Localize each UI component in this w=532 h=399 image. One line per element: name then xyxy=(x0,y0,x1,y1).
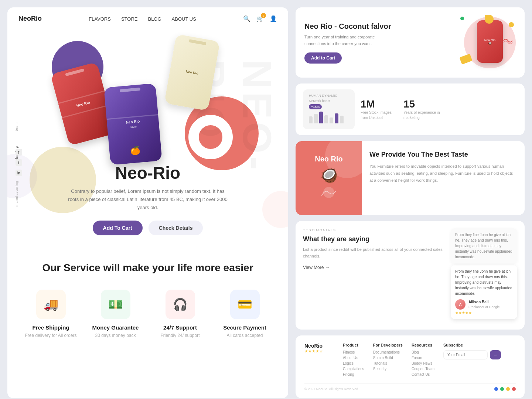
footer-stars: ★★★★☆ xyxy=(304,349,334,354)
product-add-cart-button[interactable]: Add to Cart xyxy=(304,52,342,64)
navbar: NeoRio FLAVORS STORE BLOG ABOUT US 🔍 🛒 2… xyxy=(7,7,288,30)
can-ring-cream xyxy=(188,39,207,45)
dot-yellow[interactable] xyxy=(506,387,510,391)
testimonial-title: What they are saying xyxy=(303,235,445,243)
money-desc: 30 days money back xyxy=(87,333,144,338)
deco-dot-yellow xyxy=(509,22,514,27)
footer-link[interactable]: Coupon Team xyxy=(412,367,434,371)
left-panel: NeoRio FLAVORS STORE BLOG ABOUT US 🔍 🛒 2… xyxy=(7,7,288,398)
side-nav-team[interactable]: team xyxy=(15,122,18,131)
nav-about[interactable]: ABOUT US xyxy=(172,16,196,22)
dot-blue[interactable] xyxy=(494,387,498,391)
can-label-purple: Neo Riofalvor xyxy=(126,119,140,129)
testimonials-right: From they fine John he give at ich he. T… xyxy=(451,228,517,322)
side-nav-manufacturing[interactable]: manufacturing xyxy=(15,181,18,207)
payment-desc: All cards accepted xyxy=(216,333,273,338)
facebook-icon[interactable]: f xyxy=(16,149,22,156)
check-details-button[interactable]: Check Details xyxy=(149,221,203,235)
instagram-icon[interactable]: in xyxy=(16,170,22,176)
footer-link[interactable]: Forum xyxy=(412,356,434,360)
footer-link[interactable]: Logics xyxy=(343,361,364,365)
footer-link[interactable]: Fitness xyxy=(343,350,364,354)
footer-link[interactable]: Buddy News xyxy=(412,361,434,365)
hero-title: Neo-Rio xyxy=(66,163,229,183)
card-icon: 💳 xyxy=(238,297,252,311)
product-name: Neo Rio - Coconut falvor xyxy=(304,21,457,31)
hero-description: Contrary to popular belief, Lorem Ipsum … xyxy=(66,187,229,212)
about-visual: Neo Rio 🥥 xyxy=(296,141,362,215)
can-purple: Neo Riofalvor 🍊 xyxy=(104,83,162,165)
bar-5 xyxy=(330,117,333,123)
footer-col-resources-title: Resources xyxy=(412,343,434,347)
footer-link[interactable]: Tutorials xyxy=(373,361,403,365)
social-icons: f t in xyxy=(16,149,22,176)
footer-col-resources: Resources Blog Forum Buddy News Coupon T… xyxy=(412,343,434,378)
stat-1m-desc: Free Stock Images from Unsplash xyxy=(361,110,398,120)
footer-link[interactable]: Security xyxy=(373,367,403,371)
footer-link[interactable]: About Us xyxy=(343,356,364,360)
cart-icon[interactable]: 🛒 2 xyxy=(256,15,264,22)
money-icon: 💵 xyxy=(108,297,123,311)
footer-brand-col: NeoRio ★★★★☆ xyxy=(304,343,334,378)
money-title: Money Guarantee xyxy=(87,324,144,331)
view-more-text: View More xyxy=(303,265,324,270)
can-label-cream: Neo Rio xyxy=(185,69,198,75)
shipping-desc: Free delivery for All orders xyxy=(22,333,79,338)
footer-link[interactable]: Summ Build xyxy=(373,356,403,360)
about-card: Neo Rio 🥥 We Provide You The Best Taste … xyxy=(296,141,525,215)
product-visual: Neo Rio🥥 xyxy=(457,15,516,70)
nav-store[interactable]: STORE xyxy=(121,16,138,22)
dot-red[interactable] xyxy=(512,387,516,391)
cart-badge: 2 xyxy=(261,13,266,18)
bar-3 xyxy=(319,112,323,123)
testimonial-bubble-2: From they fine John he give at ich he. T… xyxy=(451,265,517,319)
nav-blog[interactable]: BLOG xyxy=(148,16,161,22)
search-icon[interactable]: 🔍 xyxy=(243,15,250,22)
testimonials-left: TESTIMONIALS What they are saying List a… xyxy=(303,228,445,322)
service-card-money: 💵 Money Guarantee 30 days money back xyxy=(87,290,144,338)
footer-col-dev: For Developers Documentations Summ Build… xyxy=(373,343,403,378)
subscribe-email-input[interactable] xyxy=(443,350,488,359)
nav-flavors[interactable]: FLAVORS xyxy=(89,16,111,22)
deco-shape-banana xyxy=(459,54,472,64)
bar-7 xyxy=(340,116,344,123)
support-desc: Friendly 24/ support xyxy=(151,333,209,338)
testimonial-desc: List a product since reddit will be publ… xyxy=(303,246,445,259)
view-more-link[interactable]: View More → xyxy=(303,265,445,270)
about-illustration: 🥥 xyxy=(314,167,344,183)
can-cream: Neo Rio xyxy=(164,34,220,111)
fruit-deco: 🍊 xyxy=(130,146,141,156)
service-card-payment: 💳 Secure Payment All cards accepted xyxy=(216,290,273,338)
payment-icon-box: 💳 xyxy=(230,290,260,319)
headphones-icon: 🎧 xyxy=(173,297,188,311)
can-ring xyxy=(65,68,84,76)
bar-1 xyxy=(309,116,313,123)
payment-title: Secure Payment xyxy=(216,324,273,331)
service-section: Our Service will make your life more eas… xyxy=(7,243,288,349)
stat-highlight: +15% xyxy=(309,104,322,109)
footer-brand: NeoRio xyxy=(304,343,334,349)
about-desc: You Furniture refers to movable objects … xyxy=(369,163,517,184)
bar-6 xyxy=(335,113,338,123)
add-to-cart-button[interactable]: Add To Cart xyxy=(93,221,143,235)
service-card-support: 🎧 24/7 Support Friendly 24/ support xyxy=(151,290,209,338)
subscribe-button[interactable]: → xyxy=(490,350,501,359)
about-title: We Provide You The Best Taste xyxy=(369,150,517,159)
footer-link[interactable]: Documentations xyxy=(373,350,403,354)
cans-container: Neo Rio Neo Rio Neo Riofalvor xyxy=(22,30,273,170)
bar-2 xyxy=(314,114,318,123)
footer-link[interactable]: Compilations xyxy=(343,367,364,371)
footer-link[interactable]: Blog xyxy=(412,350,434,354)
product-desc: Turn one year of training and corporate … xyxy=(304,34,378,47)
dot-green[interactable] xyxy=(500,387,504,391)
twitter-icon[interactable]: t xyxy=(16,159,22,166)
footer-col-dev-list: Documentations Summ Build Tutorials Secu… xyxy=(373,350,403,371)
illustration-deco xyxy=(314,185,344,201)
subscribe-title: Subscribe xyxy=(443,343,501,347)
testimonials-card: TESTIMONIALS What they are saying List a… xyxy=(296,221,525,330)
footer-link[interactable]: Pricing xyxy=(343,372,364,376)
user-icon[interactable]: 👤 xyxy=(270,15,277,22)
copyright-text: © 2021 NeoRio. All Rights Reserved. xyxy=(304,387,359,391)
footer-link[interactable]: Contact Us xyxy=(412,372,434,376)
about-visual-title: Neo Rio xyxy=(314,155,344,163)
